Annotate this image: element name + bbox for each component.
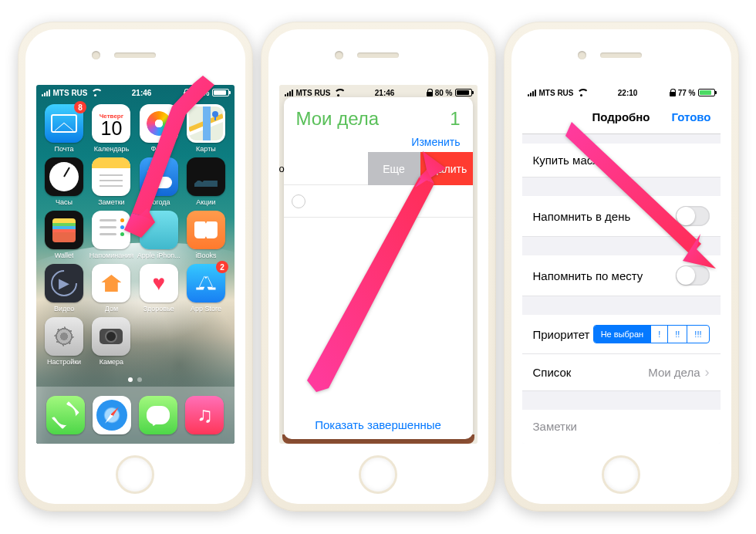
screen-reminders: MTS RUS 21:46 80 % Мои дела 1 Изменить о…: [279, 85, 478, 444]
app-settings[interactable]: Настройки: [42, 317, 86, 366]
phone-1-homescreen: MTS RUS 21:46 80 % 8Почта Четверг10Кален…: [18, 22, 253, 512]
status-time: 21:46: [375, 89, 395, 97]
app-appstore[interactable]: 2App Store: [184, 264, 228, 313]
battery-icon: [455, 89, 472, 96]
priority-segmented[interactable]: Не выбран ! !! !!!: [593, 325, 710, 343]
app-home[interactable]: Дом: [89, 264, 133, 313]
status-time: 21:46: [132, 89, 152, 97]
chevron-right-icon: ›: [705, 364, 710, 380]
list-cell[interactable]: Список Мои дела›: [522, 354, 721, 391]
dock-messages[interactable]: [139, 396, 177, 434]
app-grid: 8Почта Четверг10Календарь Фото Карты Час…: [42, 104, 228, 366]
notes-cell[interactable]: Заметки: [522, 410, 721, 444]
screen-detail: MTS RUS 22:10 77 % Подробно Готово Купит…: [522, 85, 721, 444]
app-notes[interactable]: Заметки: [89, 157, 133, 206]
nav-title: Подробно: [592, 110, 650, 123]
orientation-lock-icon: [427, 89, 433, 96]
home-button[interactable]: [116, 455, 154, 494]
list-title: Мои дела: [296, 108, 380, 130]
dock-safari[interactable]: [93, 396, 131, 434]
dock: [36, 387, 235, 444]
priority-cell[interactable]: Приоритет Не выбран ! !! !!!: [522, 315, 721, 354]
remind-day-cell[interactable]: Напомнить в день: [522, 196, 721, 237]
remind-place-toggle[interactable]: [676, 265, 710, 286]
app-photos[interactable]: Фото: [137, 104, 181, 153]
app-generic[interactable]: Apple iPhon...: [137, 211, 181, 259]
app-weather[interactable]: Погода: [137, 157, 181, 206]
home-button[interactable]: [602, 455, 640, 494]
phone-2-reminders: MTS RUS 21:46 80 % Мои дела 1 Изменить о…: [261, 22, 496, 512]
app-camera[interactable]: Камера: [89, 317, 133, 366]
dock-phone[interactable]: [46, 396, 85, 434]
remind-place-cell[interactable]: Напомнить по месту: [522, 255, 721, 296]
swipe-more-button[interactable]: Еще: [368, 152, 420, 185]
battery-icon: [212, 89, 229, 96]
status-bar: MTS RUS 22:10 77 %: [522, 85, 721, 100]
nav-bar: Подробно Готово: [522, 100, 721, 134]
wifi-icon: [577, 90, 586, 96]
app-calendar[interactable]: Четверг10Календарь: [89, 104, 133, 153]
show-completed-button[interactable]: Показать завершенные: [284, 418, 473, 431]
orientation-lock-icon: [670, 89, 676, 96]
list-count: 1: [450, 108, 460, 130]
page-dots: [36, 377, 235, 382]
status-bar: MTS RUS 21:46 80 %: [36, 85, 235, 100]
phone-3-detail: MTS RUS 22:10 77 % Подробно Готово Купит…: [504, 22, 739, 512]
wifi-icon: [334, 90, 343, 96]
app-ibooks[interactable]: iBooks: [184, 211, 228, 259]
status-time: 22:10: [618, 89, 638, 97]
orientation-lock-icon: [184, 89, 190, 96]
app-stocks[interactable]: Акции: [184, 157, 228, 206]
remind-day-toggle[interactable]: [676, 206, 710, 226]
app-clock[interactable]: Часы: [42, 157, 86, 206]
reminder-row-swiped[interactable]: о Еще Удалить: [284, 153, 473, 185]
status-bar: MTS RUS 21:46 80 %: [279, 85, 478, 100]
app-videos[interactable]: Видео: [42, 264, 86, 313]
screen-home: MTS RUS 21:46 80 % 8Почта Четверг10Кален…: [36, 85, 235, 444]
app-reminders[interactable]: Напоминания: [89, 211, 133, 259]
app-health[interactable]: Здоровье: [137, 264, 181, 313]
swipe-delete-button[interactable]: Удалить: [420, 152, 473, 185]
reminders-card: Мои дела 1 Изменить о Еще Удалить Показа…: [284, 97, 473, 439]
wifi-icon: [91, 90, 100, 96]
app-maps[interactable]: Карты: [184, 104, 228, 153]
done-button[interactable]: Готово: [671, 110, 710, 123]
reminder-title-cell[interactable]: Купить масло: [522, 144, 721, 177]
app-mail[interactable]: 8Почта: [42, 104, 86, 153]
app-wallet[interactable]: Wallet: [42, 211, 86, 259]
battery-icon: [698, 89, 715, 96]
reminder-row-empty[interactable]: [284, 185, 473, 218]
edit-button[interactable]: Изменить: [284, 136, 473, 153]
dock-music[interactable]: [185, 396, 224, 434]
home-button[interactable]: [359, 455, 397, 494]
